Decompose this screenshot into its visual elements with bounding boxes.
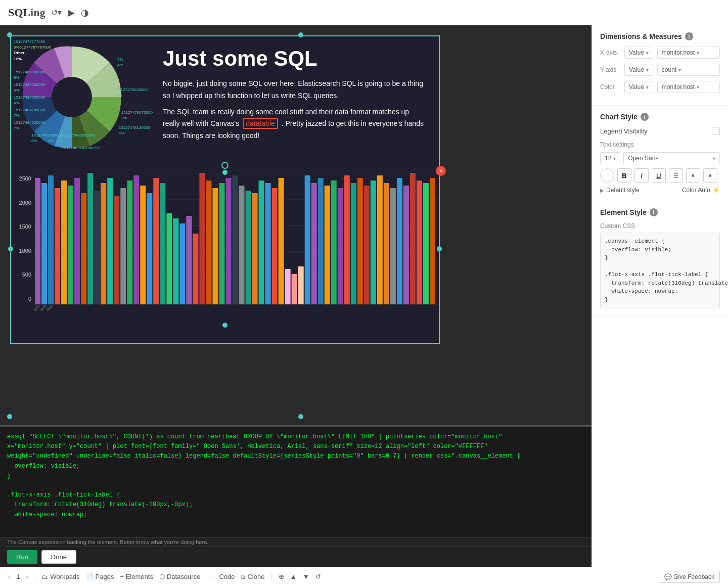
svg-rect-36 [225,178,231,304]
svg-rect-42 [265,183,271,304]
svg-rect-56 [357,178,363,304]
chart-style-section: Chart Style i Legend Visibility Text set… [592,106,728,201]
font-family-select[interactable]: Open Sans ▾ [623,152,720,164]
close-button[interactable]: × [436,166,446,176]
chart-body: No biggie, just doing some SQL over here… [163,78,424,102]
legend-visibility-row: Legend Visibility [600,127,720,135]
play-icon[interactable]: ▶ [68,7,75,18]
svg-rect-34 [212,188,218,304]
next-page-button[interactable]: › [26,573,28,580]
align-left-button[interactable]: ☰ [669,168,683,183]
x-value-select[interactable]: Value ▾ [624,47,653,59]
svg-rect-27 [166,213,172,304]
done-button[interactable]: Done [41,550,76,564]
bold-button[interactable]: B [617,168,631,183]
svg-rect-67 [430,178,435,304]
canvas-element[interactable]: 15127477777000 6%51274787787000 Other 12… [10,35,440,344]
dimensions-info-icon[interactable]: i [685,32,693,40]
format-buttons: B I U ☰ ≡ ≡ [600,168,720,183]
svg-rect-65 [417,181,422,304]
svg-rect-45 [285,269,291,304]
svg-rect-24 [147,193,152,304]
nav-icon-4[interactable]: ↺ [315,573,321,580]
svg-rect-37 [232,175,238,304]
svg-rect-62 [397,178,402,304]
x-field-select[interactable]: monitor.host ▾ [657,47,720,59]
color-value-select[interactable]: Value ▾ [624,81,653,93]
resize-handle-right[interactable] [437,246,442,251]
svg-rect-51 [325,186,330,304]
pages-item[interactable]: 📄 Pages [86,573,114,580]
elements-item[interactable]: + Elements [120,573,153,580]
y-field-chevron: ▾ [678,67,681,73]
theme-icon[interactable]: ◑ [81,7,89,18]
svg-rect-52 [331,181,337,304]
y-value-select[interactable]: Value ▾ [624,64,653,76]
run-button[interactable]: Run [7,550,37,564]
css-code-block[interactable]: .canvas__element { overflow: visible; } … [600,233,720,308]
svg-rect-63 [403,186,409,304]
nav-icon-1[interactable]: ⊕ [279,573,284,580]
svg-rect-18 [107,178,113,304]
svg-rect-22 [133,175,139,304]
resize-handle-left[interactable] [8,246,13,251]
datasource-item[interactable]: ⬡ Datasource [159,573,200,580]
element-style-title: Element Style i [600,208,720,216]
resize-corner-br[interactable] [298,414,303,419]
clone-item[interactable]: ⧉ Clone [241,573,264,580]
page-number: 1 [16,573,20,580]
resize-handle-bottom[interactable] [222,323,228,328]
svg-rect-16 [94,191,100,304]
svg-rect-26 [160,183,165,304]
svg-rect-35 [219,183,224,304]
svg-rect-9 [48,175,54,304]
prev-page-button[interactable]: ‹ [8,573,10,580]
pie-chart: 15127477777000 6%51274787787000 Other 12… [11,36,148,173]
chart-style-info-icon[interactable]: i [641,113,649,121]
font-size-select[interactable]: 12 ▾ [600,152,620,164]
workpads-item[interactable]: 🗂 Workpads [42,573,79,580]
expand-icon[interactable]: ▶ [600,188,604,193]
color-field-select[interactable]: monitor.host ▾ [657,81,720,93]
svg-rect-43 [272,188,278,304]
give-feedback-button[interactable]: 💬 Give Feedback [659,571,720,583]
underline-button[interactable]: U [652,168,666,183]
y-field-select[interactable]: count ▾ [657,64,720,76]
align-right-button[interactable]: ≡ [703,168,717,183]
align-center-button[interactable]: ≡ [686,168,700,183]
bottom-bar: ‹ 1 › | 🗂 Workpads 📄 Pages + Elements ⬡ … [0,567,728,586]
resize-handle-top[interactable] [222,170,228,175]
resize-corner-bl[interactable] [7,414,12,419]
svg-rect-13 [74,178,80,304]
color-field-chevron: ▾ [697,84,699,90]
resize-corner-tl[interactable] [7,32,12,37]
svg-rect-7 [35,178,40,304]
italic-button[interactable]: I [634,168,649,183]
expression-editor: essql "SELECT \"monitor.host\", COUNT(*)… [0,425,592,567]
svg-rect-25 [153,178,159,304]
rotate-handle[interactable] [221,162,229,169]
main-layout: 15127477777000 6%51274787787000 Other 12… [0,25,728,567]
dimensions-section: Dimensions & Measures i X-axis Value ▾ m… [592,25,728,106]
pages-icon: 📄 [86,573,94,580]
svg-rect-10 [55,188,60,304]
legend-visibility-checkbox[interactable] [712,127,720,135]
refresh-icon[interactable]: ↺▾ [51,8,62,17]
svg-rect-33 [206,181,211,304]
expression-hint: The Canvas expression backing the elemen… [0,537,592,547]
color-row: Color Value ▾ monitor.host ▾ [600,81,720,93]
element-style-info-icon[interactable]: i [650,208,658,216]
y-axis-row: Y-axis Value ▾ count ▾ [600,64,720,76]
nav-icon-2[interactable]: ▲ [290,573,297,580]
code-item[interactable]: Code [219,573,235,580]
element-style-section: Element Style i Custom CSS .canvas__elem… [592,201,728,316]
color-value-chevron: ▾ [646,84,649,90]
topbar: SQLing ↺▾ ▶ ◑ [0,0,728,25]
dimensions-title: Dimensions & Measures i [600,32,720,40]
expression-code[interactable]: essql "SELECT \"monitor.host\", COUNT(*)… [0,426,592,537]
nav-icon-3[interactable]: ▼ [303,573,309,580]
resize-corner-tr[interactable] [298,32,303,37]
text-color-picker[interactable] [600,168,614,183]
lightning-icon: ⚡ [712,187,720,194]
svg-rect-29 [179,223,185,304]
